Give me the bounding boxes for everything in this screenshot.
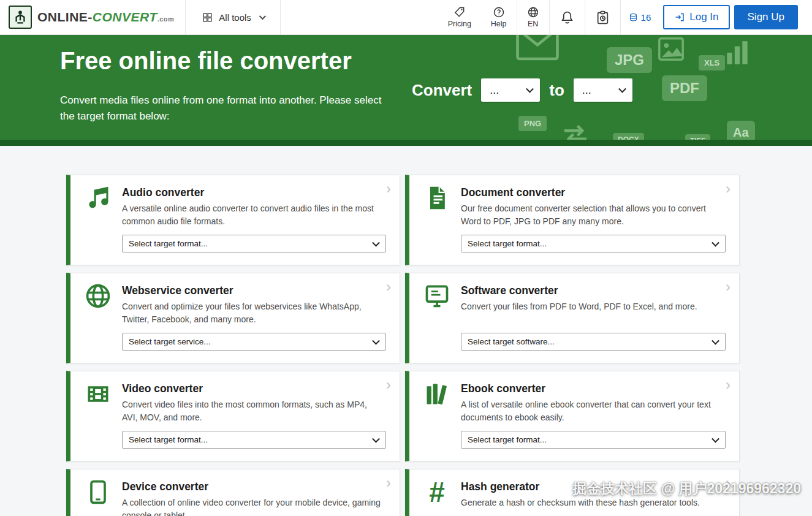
card-webservice-converter: Webservice converter Convert and optimiz… [66,273,400,363]
convert-from-select[interactable]: ... [481,78,540,102]
all-tools-menu[interactable]: All tools [185,0,281,34]
site-logo[interactable]: ONLINE-CONVERT.com [0,0,185,34]
card-description: Convert and optimize your files for webs… [122,300,386,325]
credits-value: 16 [641,12,651,23]
card-description: A list of versatile online ebook convert… [461,398,726,423]
chevron-right-icon[interactable]: › [386,181,391,196]
credits-counter[interactable]: 16 [620,0,659,34]
login-button[interactable]: Log In [663,5,729,29]
quick-convert-bar: Convert ... to ... [412,78,632,102]
card-hash-generator: # Hash generator Generate a hash or chec… [405,469,740,516]
target-select-wrap: Select target format... [122,235,386,252]
globe-icon [527,6,539,18]
xls-badge: XLS [699,55,725,70]
document-icon [423,184,450,211]
card-title[interactable]: Hash generator [461,480,726,493]
page-title: Free online file converter [60,47,352,75]
hero-bottom-strip [0,140,812,146]
converter-grid: Audio converter A versatile online audio… [66,175,740,516]
target-select-wrap: Select target service... [122,333,386,351]
card-audio-converter: Audio converter A versatile online audio… [66,175,400,265]
convert-to-select-wrap: ... [574,78,632,102]
all-tools-label: All tools [219,12,251,23]
bar-chart-icon [722,37,753,68]
card-title[interactable]: Document converter [461,186,726,199]
card-document-converter: Document converter Our free document con… [405,175,740,265]
card-title[interactable]: Software converter [461,284,726,297]
globe-icon [85,283,112,309]
card-title[interactable]: Ebook converter [461,382,726,395]
login-arrow-icon [674,12,685,23]
pdf-badge: PDF [662,75,707,101]
help-label: Help [491,20,507,28]
to-label: to [549,81,564,100]
logo-mark-icon [9,6,32,29]
card-title[interactable]: Audio converter [122,186,386,199]
hero-banner: JPG XLS PDF PNG DOCX TIFF Aa Free online… [0,35,812,146]
help-link[interactable]: Help [481,0,517,34]
target-select-wrap: Select target format... [461,235,726,252]
monitor-icon [423,283,450,309]
card-title[interactable]: Webservice converter [122,284,386,297]
chevron-right-icon[interactable]: › [386,279,391,294]
phone-icon [85,479,112,506]
language-label: EN [528,20,538,28]
film-icon [85,381,112,408]
coins-icon [628,12,639,23]
convert-to-select[interactable]: ... [574,78,632,102]
pricing-label: Pricing [448,20,471,28]
pricing-link[interactable]: Pricing [438,0,481,34]
target-select-wrap: Select target format... [122,431,386,449]
logo-text: ONLINE-CONVERT.com [37,10,174,25]
chevron-right-icon[interactable]: › [726,378,730,392]
chevron-right-icon[interactable]: › [726,181,730,196]
card-video-converter: Video converter Convert video files into… [66,371,400,461]
notifications-button[interactable] [549,0,585,34]
chevron-right-icon[interactable]: › [386,476,391,490]
card-title[interactable]: Video converter [122,382,386,395]
card-description: Convert video files into the most common… [122,398,386,423]
ebook-target-format-select[interactable]: Select target format... [461,431,726,449]
convert-label: Convert [412,81,472,100]
convert-from-select-wrap: ... [481,78,540,102]
grid-icon [202,12,213,23]
signup-button[interactable]: Sign Up [734,5,798,29]
clipboard-icon [595,10,610,25]
target-select-wrap: Select target software... [461,333,726,351]
software-target-select[interactable]: Select target software... [461,333,726,351]
page-subtitle: Convert media files online from one form… [60,93,386,125]
hash-icon: # [423,479,450,506]
chevron-down-icon [259,13,266,20]
bell-icon [560,10,575,25]
card-software-converter: Software converter Convert your files fr… [405,273,740,363]
card-title[interactable]: Device converter [122,480,386,493]
target-select-wrap: Select target format... [461,431,726,449]
webservice-target-service-select[interactable]: Select target service... [122,333,386,351]
chevron-right-icon[interactable]: › [726,476,730,490]
video-target-format-select[interactable]: Select target format... [122,431,386,449]
card-device-converter: Device converter A collection of online … [66,469,400,516]
card-description: A versatile online audio converter to co… [122,202,386,227]
card-description: Generate a hash or checksum with these h… [461,496,726,509]
top-header: ONLINE-CONVERT.com All tools Pricing Hel… [0,0,812,35]
document-target-format-select[interactable]: Select target format... [461,235,726,252]
card-description: A collection of online video converter f… [122,496,386,516]
png-badge: PNG [518,116,547,131]
envelope-icon [514,35,561,67]
card-ebook-converter: Ebook converter A list of versatile onli… [405,371,740,461]
image-file-icon [657,35,685,63]
chevron-right-icon[interactable]: › [726,279,730,294]
login-label: Log In [689,11,718,23]
chevron-right-icon[interactable]: › [386,378,391,392]
conversion-history-button[interactable] [585,0,620,34]
card-description: Convert your files from PDF to Word, PDF… [461,300,726,313]
help-icon [493,6,505,18]
card-description: Our free document converter selection th… [461,202,726,227]
books-icon [423,381,450,408]
price-tag-icon [453,6,466,18]
jpg-badge: JPG [607,47,652,73]
language-selector[interactable]: EN [517,0,549,34]
music-note-icon [85,184,112,211]
audio-target-format-select[interactable]: Select target format... [122,235,386,252]
